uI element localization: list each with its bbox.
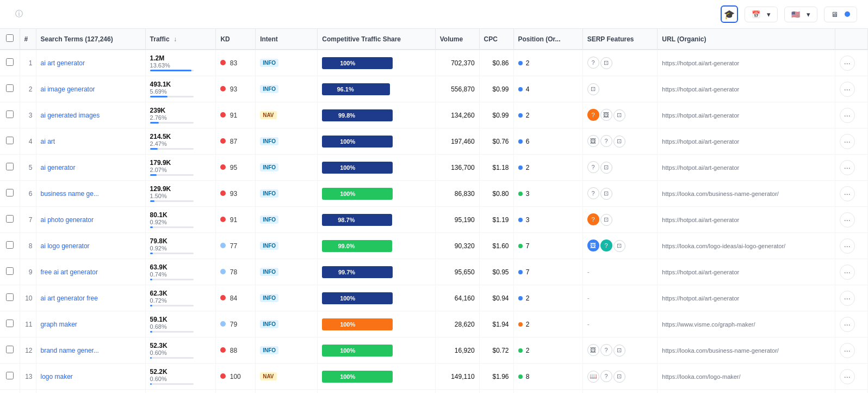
keyword-link[interactable]: ai logo generator xyxy=(41,242,90,250)
row-checkbox[interactable] xyxy=(6,84,14,92)
row-checkbox-cell[interactable] xyxy=(0,390,20,394)
row-actions: ··· xyxy=(835,233,867,259)
header-position[interactable]: Position (Or... xyxy=(513,29,582,50)
keyword-link[interactable]: ai art xyxy=(41,138,55,145)
row-checkbox-cell[interactable] xyxy=(0,155,20,181)
info-icon[interactable]: ⓘ xyxy=(15,9,23,19)
row-checkbox[interactable] xyxy=(6,267,14,275)
more-options-button[interactable]: ··· xyxy=(840,108,855,123)
more-options-button[interactable]: ··· xyxy=(840,160,855,175)
country-button[interactable]: 🇺🇸 ▾ xyxy=(784,7,817,22)
header-serp[interactable]: SERP Features xyxy=(582,29,658,50)
traffic-percent: 0.68% xyxy=(150,323,212,330)
row-checkbox-cell[interactable] xyxy=(0,50,20,76)
row-checkbox[interactable] xyxy=(6,163,14,170)
traffic-bar xyxy=(150,253,153,254)
more-options-button[interactable]: ··· xyxy=(840,134,855,149)
traffic-bar xyxy=(150,70,191,71)
row-checkbox-cell[interactable] xyxy=(0,337,20,364)
more-options-button[interactable]: ··· xyxy=(840,186,855,201)
row-checkbox[interactable] xyxy=(6,372,14,379)
more-options-button[interactable]: ··· xyxy=(840,265,855,280)
device-button[interactable]: 🖥 xyxy=(824,7,857,22)
row-keyword: free logo maker xyxy=(36,390,145,394)
keyword-link[interactable]: graph maker xyxy=(41,321,77,328)
header-checkbox[interactable] xyxy=(0,29,20,50)
kd-dot xyxy=(220,164,226,170)
row-checkbox[interactable] xyxy=(6,110,14,118)
row-checkbox[interactable] xyxy=(6,320,14,327)
position-value: 3 xyxy=(526,190,530,198)
keyword-link[interactable]: ai art generator free xyxy=(41,294,98,302)
row-number: 3 xyxy=(20,102,36,128)
header-url[interactable]: URL (Organic) xyxy=(658,29,835,50)
row-checkbox[interactable] xyxy=(6,189,14,196)
header-cts[interactable]: Competitive Traffic Share xyxy=(318,29,435,50)
row-number: 13 xyxy=(20,364,36,390)
select-all-checkbox[interactable] xyxy=(6,34,14,42)
keyword-link[interactable]: brand name gener... xyxy=(41,347,99,354)
row-checkbox-cell[interactable] xyxy=(0,311,20,337)
row-checkbox-cell[interactable] xyxy=(0,102,20,128)
more-options-button[interactable]: ··· xyxy=(840,291,855,306)
header-cpc[interactable]: CPC xyxy=(479,29,513,50)
row-volume: 149,110 xyxy=(435,364,479,390)
position-value: 3 xyxy=(526,216,530,224)
row-keyword: ai photo generator xyxy=(36,207,145,233)
row-traffic: 52.2K 0.60% xyxy=(145,364,216,390)
more-options-button[interactable]: ··· xyxy=(840,317,855,332)
header-kd[interactable]: KD xyxy=(216,29,256,50)
more-options-button[interactable]: ··· xyxy=(840,56,855,71)
serp-image-icon: 🖼 xyxy=(587,135,599,147)
row-checkbox[interactable] xyxy=(6,346,14,353)
row-checkbox[interactable] xyxy=(6,215,14,223)
row-number: 7 xyxy=(20,207,36,233)
row-actions: ··· xyxy=(835,128,867,155)
row-checkbox-cell[interactable] xyxy=(0,128,20,155)
edu-icon[interactable]: 🎓 xyxy=(721,5,738,23)
keyword-link[interactable]: ai photo generator xyxy=(41,216,94,224)
cts-label: 100% xyxy=(338,191,357,197)
more-options-button[interactable]: ··· xyxy=(840,238,855,254)
keyword-link[interactable]: free ai art generator xyxy=(41,268,98,276)
row-checkbox-cell[interactable] xyxy=(0,76,20,102)
row-cts: 100% xyxy=(318,390,435,394)
keyword-link[interactable]: business name ge... xyxy=(41,190,99,198)
row-checkbox-cell[interactable] xyxy=(0,259,20,285)
date-range-button[interactable]: 📅 ▾ xyxy=(745,7,778,22)
more-options-button[interactable]: ··· xyxy=(840,212,855,228)
header-search-terms[interactable]: Search Terms (127,246) xyxy=(36,29,145,50)
row-kd: 87 xyxy=(216,128,256,155)
row-checkbox[interactable] xyxy=(6,293,14,301)
header-traffic[interactable]: Traffic ↓ xyxy=(145,29,216,50)
row-checkbox-cell[interactable] xyxy=(0,233,20,259)
keyword-link[interactable]: logo maker xyxy=(41,373,73,380)
row-checkbox[interactable] xyxy=(6,137,14,144)
keyword-link[interactable]: ai art generator xyxy=(41,59,85,67)
row-checkbox[interactable] xyxy=(6,241,14,249)
chevron-down-icon: ▾ xyxy=(767,10,771,19)
keyword-link[interactable]: ai generator xyxy=(41,164,76,171)
row-actions: ··· xyxy=(835,337,867,364)
traffic-percent: 0.74% xyxy=(150,271,212,278)
header-volume[interactable]: Volume xyxy=(435,29,479,50)
table-row: 12 brand name gener... 52.3K 0.60% 88 IN… xyxy=(0,337,868,364)
traffic-bar-bg xyxy=(150,122,194,124)
serp-book-icon: 📖 xyxy=(587,371,599,383)
more-options-button[interactable]: ··· xyxy=(840,343,855,358)
keyword-link[interactable]: ai generated images xyxy=(41,112,100,119)
header-intent[interactable]: Intent xyxy=(256,29,318,50)
keyword-link[interactable]: ai image generator xyxy=(41,85,95,93)
kd-dot xyxy=(220,295,226,300)
position-dot xyxy=(518,244,523,248)
row-traffic: 79.8K 0.92% xyxy=(145,233,216,259)
row-checkbox[interactable] xyxy=(6,58,14,66)
more-options-button[interactable]: ··· xyxy=(840,369,855,384)
kd-value: 78 xyxy=(230,268,237,276)
more-options-button[interactable]: ··· xyxy=(840,82,855,97)
row-checkbox-cell[interactable] xyxy=(0,207,20,233)
row-checkbox-cell[interactable] xyxy=(0,285,20,311)
row-checkbox-cell[interactable] xyxy=(0,364,20,390)
row-cts: 99.7% xyxy=(318,259,435,285)
row-checkbox-cell[interactable] xyxy=(0,181,20,207)
